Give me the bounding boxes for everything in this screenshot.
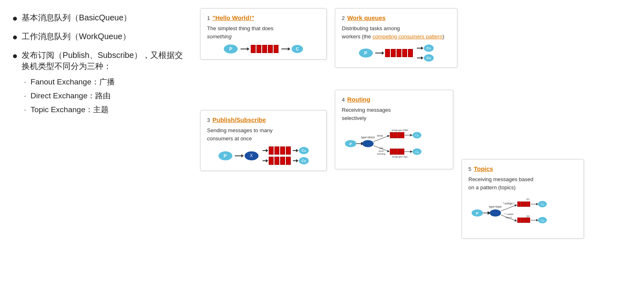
svg-rect-13	[394, 132, 397, 138]
card-2-top-row: C₁	[416, 44, 434, 52]
qcell	[385, 49, 390, 57]
bullet-item-2: ● 工作消息队列（WorkQueue）	[12, 31, 188, 42]
qcell	[274, 45, 279, 53]
qcell	[402, 49, 407, 57]
node-p-1: P	[224, 44, 238, 53]
svg-text:type=direct: type=direct	[361, 136, 375, 139]
card-4-desc: Receiving messages selectively	[342, 106, 446, 122]
card-5-diagram: P type=topic *.orange.* *.*.rabbit lazy.…	[468, 195, 577, 231]
queue-1	[251, 45, 279, 53]
qcell	[391, 49, 396, 57]
card-5-desc2: on a pattern (topics)	[468, 184, 516, 191]
bullet-item-1: ● 基本消息队列（BasicQueue）	[12, 12, 188, 24]
card-5-desc: Receiving messages based on a pattern (t…	[468, 175, 577, 191]
qcell	[256, 45, 261, 53]
qcell	[280, 146, 285, 155]
svg-rect-39	[521, 202, 524, 206]
card-4-diagram: P type=direct error info error warning	[342, 125, 446, 162]
arrow-2a	[375, 53, 383, 53]
node-p-2: P	[359, 49, 373, 58]
svg-rect-40	[524, 202, 527, 206]
sub-text-1: Fanout Exchange：广播	[31, 77, 115, 87]
qcell	[251, 45, 256, 53]
main-layout: ● 基本消息队列（BasicQueue） ● 工作消息队列（WorkQueue）…	[12, 8, 632, 277]
svg-rect-44	[521, 218, 524, 223]
svg-rect-45	[524, 218, 527, 223]
card-2-desc: Distributing tasks among workers (the co…	[342, 24, 450, 40]
arrow-3d	[263, 160, 267, 161]
card-2-title[interactable]: Work queues	[347, 14, 386, 21]
node-c1-3: C₁	[299, 147, 309, 154]
svg-rect-38	[517, 202, 520, 206]
card-5-title[interactable]: Topics	[474, 165, 493, 172]
arrow-3a	[235, 155, 242, 156]
card-4-desc2: selectively	[342, 115, 366, 121]
arrow-2b	[417, 48, 422, 49]
qcell	[262, 45, 267, 53]
node-c1-2: C₁	[424, 44, 434, 52]
node-c2-2: C₂	[424, 54, 434, 62]
card-1-desc: The simplest thing that does something	[207, 24, 320, 40]
card-3-number: 3	[207, 117, 210, 123]
sub-dot-1: •	[25, 80, 26, 84]
svg-text:C₁: C₁	[415, 133, 419, 137]
bullet-dot-2: ●	[12, 32, 18, 42]
card-5: 5 Topics Receiving messages based on a p…	[461, 159, 584, 239]
bullet-item-3: ● 发布订阅（Publish、Subscribe），又根据交换机类型不同分为三种…	[12, 50, 188, 118]
card-1-italic: something	[207, 33, 232, 40]
card-2-desc3: )	[442, 33, 444, 40]
right-panel: 1 "Hello World!" The simplest thing that…	[200, 8, 632, 277]
qcell	[274, 146, 279, 155]
svg-text:error: error	[379, 150, 383, 152]
card-4-title[interactable]: Routing	[347, 96, 370, 103]
svg-text:lazy.#: lazy.#	[506, 216, 512, 219]
node-c2-3: C₂	[299, 157, 309, 164]
node-c-1: C	[292, 45, 303, 53]
svg-text:C₂: C₂	[541, 219, 544, 222]
card-3-desc2: consumers at once	[207, 135, 252, 142]
card-3-bot-row: C₂	[261, 157, 309, 165]
card-2: 2 Work queues Distributing tasks among w…	[335, 8, 457, 68]
card-2-number: 2	[342, 15, 345, 21]
sub-list: • Fanout Exchange：广播 • Direct Exchange：路…	[25, 77, 115, 118]
qcell	[274, 157, 279, 165]
qcell	[280, 157, 285, 165]
card-2-link[interactable]: competing consumers pattern	[372, 33, 442, 40]
card-3-top-row: C₁	[261, 146, 309, 155]
svg-text:P: P	[476, 211, 479, 215]
card-1-title[interactable]: "Hello World!"	[212, 14, 254, 21]
card-1: 1 "Hello World!" The simplest thing that…	[200, 8, 327, 60]
svg-text:amqp.gen-Ag1.: amqp.gen-Ag1.	[392, 155, 409, 158]
node-p-3: P	[218, 151, 232, 160]
svg-rect-16	[390, 149, 393, 155]
card-3-title[interactable]: Publish/Subscribe	[212, 116, 266, 123]
queue-3b	[269, 157, 291, 165]
sub-dot-2: •	[25, 94, 26, 98]
queue-2	[385, 49, 413, 57]
bullet-dot-3: ●	[12, 51, 18, 61]
svg-point-30	[490, 209, 501, 217]
card-2-bot-row: C₂	[416, 54, 434, 62]
qcell	[269, 157, 274, 165]
bullet-text-3: 发布订阅（Publish、Subscribe），又根据交换机类型不同分为三种：	[22, 50, 188, 72]
node-exchange-3: X	[245, 151, 258, 160]
arrow-1a	[241, 49, 248, 49]
bullet-text-1: 基本消息队列（BasicQueue）	[22, 12, 131, 23]
qcell	[408, 49, 413, 57]
svg-rect-46	[527, 218, 530, 223]
svg-text:Q2: Q2	[526, 215, 530, 217]
svg-text:P: P	[350, 142, 352, 146]
svg-text:amqp.gen-5Sib.: amqp.gen-5Sib.	[392, 129, 409, 131]
card-2-desc2: workers (the	[342, 33, 372, 40]
svg-text:*.orange.*: *.orange.*	[503, 202, 515, 205]
svg-point-3	[362, 140, 374, 147]
bullet-text-2: 工作消息队列（WorkQueue）	[22, 31, 130, 42]
svg-rect-19	[401, 149, 404, 155]
card-1-number: 1	[207, 15, 210, 21]
card-4-number: 4	[342, 97, 345, 103]
svg-rect-17	[394, 149, 397, 155]
card-1-diagram: P C	[207, 44, 320, 53]
arrow-2c	[417, 58, 422, 58]
sub-item-2: • Direct Exchange：路由	[25, 91, 115, 101]
svg-text:error: error	[377, 134, 383, 137]
